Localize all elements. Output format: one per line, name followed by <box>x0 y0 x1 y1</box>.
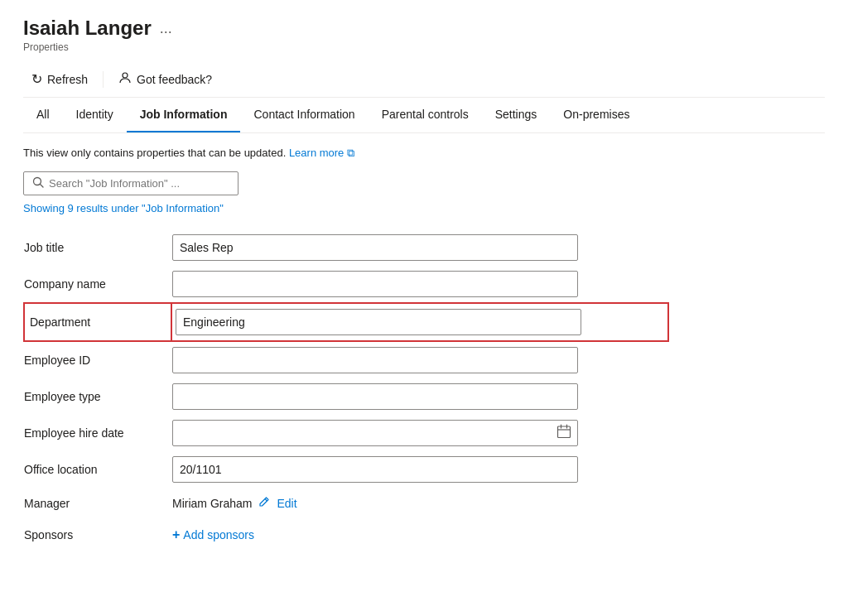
tab-parental-controls[interactable]: Parental controls <box>369 98 482 132</box>
job-title-label: Job title <box>23 229 172 266</box>
tab-job-information[interactable]: Job Information <box>127 98 241 132</box>
tab-contact-information[interactable]: Contact Information <box>240 98 368 132</box>
manager-edit-icon[interactable] <box>258 496 270 511</box>
office-location-field <box>172 451 669 488</box>
company-name-input[interactable] <box>172 271 578 297</box>
tab-identity[interactable]: Identity <box>63 98 127 132</box>
employee-id-input[interactable] <box>172 347 578 373</box>
user-name: Isaiah Langer <box>23 17 152 40</box>
search-icon <box>32 176 44 190</box>
search-input[interactable] <box>49 177 229 190</box>
svg-point-0 <box>123 73 128 78</box>
more-options-button[interactable]: ... <box>160 20 172 37</box>
plus-icon: + <box>172 527 180 542</box>
calendar-icon[interactable] <box>556 424 571 442</box>
add-sponsors-link[interactable]: + Add sponsors <box>172 527 254 542</box>
employee-hire-date-label: Employee hire date <box>23 415 172 451</box>
sponsors-label: Sponsors <box>23 519 172 551</box>
search-bar[interactable] <box>23 171 238 195</box>
form-grid: Job title Company name Department Employ… <box>23 229 669 551</box>
tab-settings[interactable]: Settings <box>482 98 551 132</box>
svg-rect-3 <box>558 426 571 438</box>
feedback-label: Got feedback? <box>137 73 212 86</box>
employee-type-label: Employee type <box>23 378 172 415</box>
company-name-field <box>172 266 669 302</box>
tab-bar: All Identity Job Information Contact Inf… <box>23 98 825 133</box>
manager-name: Miriam Graham <box>172 497 252 510</box>
toolbar-separator <box>103 71 104 88</box>
department-label: Department <box>23 302 172 342</box>
office-location-input[interactable] <box>172 456 578 483</box>
employee-id-field <box>172 342 669 378</box>
external-link-icon: ⧉ <box>347 147 354 159</box>
page-subtitle: Properties <box>23 41 825 53</box>
refresh-label: Refresh <box>47 73 88 86</box>
results-label: Showing 9 results under "Job Information… <box>23 202 825 214</box>
svg-line-2 <box>41 185 44 188</box>
learn-more-link[interactable]: Learn more ⧉ <box>289 147 354 159</box>
manager-label: Manager <box>23 488 172 519</box>
tab-on-premises[interactable]: On-premises <box>550 98 643 132</box>
page-title: Isaiah Langer ... <box>23 17 825 40</box>
feedback-icon <box>118 71 132 87</box>
employee-hire-date-field <box>172 415 669 451</box>
svg-line-7 <box>265 499 267 502</box>
job-title-field <box>172 229 669 266</box>
department-input[interactable] <box>176 309 581 335</box>
job-title-input[interactable] <box>172 234 578 261</box>
department-field <box>172 302 669 342</box>
refresh-button[interactable]: Refresh <box>23 66 96 92</box>
employee-type-input[interactable] <box>172 383 578 410</box>
employee-hire-date-input[interactable] <box>172 420 578 446</box>
toolbar: Refresh Got feedback? <box>23 61 825 98</box>
info-notice: This view only contains properties that … <box>23 147 825 160</box>
manager-field: Miriam Graham Edit <box>172 488 669 519</box>
tab-all[interactable]: All <box>23 98 63 132</box>
employee-type-field <box>172 378 669 415</box>
sponsors-field: + Add sponsors <box>172 519 669 551</box>
manager-edit-link[interactable]: Edit <box>277 497 296 510</box>
office-location-label: Office location <box>23 451 172 488</box>
employee-id-label: Employee ID <box>23 342 172 378</box>
refresh-icon <box>31 71 42 87</box>
company-name-label: Company name <box>23 266 172 302</box>
feedback-button[interactable]: Got feedback? <box>110 66 220 92</box>
